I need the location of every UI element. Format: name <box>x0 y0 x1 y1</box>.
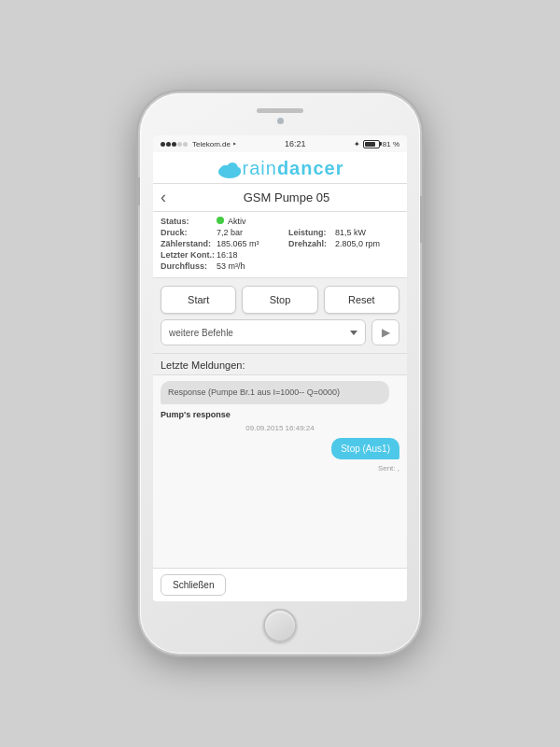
status-time: 16:21 <box>285 139 306 148</box>
status-bar-left: Telekom.de ‣ <box>161 140 237 148</box>
phone-bottom <box>263 609 297 642</box>
signal-dot-4 <box>177 142 182 147</box>
back-button[interactable]: ‹ <box>161 188 166 207</box>
status-label: Status: <box>161 217 217 226</box>
zaehlerstand-value: 185.065 m³ <box>217 239 281 248</box>
button-row: Start Stop Reset <box>161 286 399 314</box>
drehzahl-label: Drehzahl: <box>288 239 335 248</box>
messages-title: Letzte Meldungen: <box>153 354 407 375</box>
go-icon: ▶ <box>382 326 390 339</box>
svg-point-3 <box>233 167 241 175</box>
info-row-letzter: Letzter Kont.: 16:18 <box>161 250 399 260</box>
info-row-zaehler: Zählerstand: 185.065 m³ Drehzahl: 2.805,… <box>161 239 399 248</box>
messages-section: Letzte Meldungen: Response (Pumpe Br.1 a… <box>153 354 407 568</box>
phone-top <box>147 105 413 135</box>
battery-icon <box>363 140 380 148</box>
dropdown-go-button[interactable]: ▶ <box>371 319 399 345</box>
carrier-label: Telekom.de <box>192 140 231 148</box>
leistung-label: Leistung: <box>288 228 335 237</box>
sent-text: Sent: , <box>153 462 407 476</box>
cloud-icon <box>217 160 243 178</box>
info-row-status: Status: Aktiv <box>161 217 399 226</box>
durchfluss-value: 53 m³/h <box>217 261 399 271</box>
phone-frame: Telekom.de ‣ 16:21 ✦ 81 % <box>140 93 420 654</box>
app-header: raindancer <box>153 152 407 184</box>
battery-fill <box>365 142 375 147</box>
dropdown-row: weitere Befehle ▶ <box>161 319 399 345</box>
reset-button[interactable]: Reset <box>324 286 399 314</box>
battery-label: 81 % <box>383 140 399 148</box>
status-value: Aktiv <box>228 217 399 226</box>
signal-dot-1 <box>161 142 165 147</box>
signal-dot-3 <box>172 142 176 147</box>
dropdown-select[interactable]: weitere Befehle <box>161 319 366 345</box>
info-row-druck: Druck: 7,2 bar Leistung: 81,5 kW <box>161 228 399 237</box>
letzter-value: 16:18 <box>217 250 399 260</box>
logo-dancer: dancer <box>277 158 344 179</box>
phone-screen: Telekom.de ‣ 16:21 ✦ 81 % <box>153 135 407 601</box>
home-button[interactable] <box>263 609 297 642</box>
footer-section: Schließen <box>153 568 407 601</box>
drehzahl-value: 2.805,0 rpm <box>335 239 399 248</box>
phone-camera <box>277 118 284 124</box>
signal-dot-5 <box>183 142 188 147</box>
controls-section: Start Stop Reset weitere Befehle ▶ <box>153 278 407 354</box>
close-button[interactable]: Schließen <box>161 574 226 596</box>
bluetooth-icon: ✦ <box>354 140 360 148</box>
status-bar: Telekom.de ‣ 16:21 ✦ 81 % <box>153 135 407 152</box>
stop-button[interactable]: Stop <box>242 286 317 314</box>
wifi-icon: ‣ <box>232 140 237 148</box>
zaehlerstand-label: Zählerstand: <box>161 239 217 248</box>
letzter-label: Letzter Kont.: <box>161 250 217 260</box>
dropdown-arrow-icon <box>350 331 357 335</box>
leistung-value: 81,5 kW <box>335 228 399 237</box>
phone-speaker <box>257 108 303 113</box>
status-bar-right: ✦ 81 % <box>354 140 399 148</box>
logo-rain: rain <box>243 158 277 179</box>
signal-dot-2 <box>166 142 171 147</box>
druck-value: 7,2 bar <box>217 228 281 237</box>
durchfluss-label: Durchfluss: <box>161 261 217 271</box>
blue-message-row: Stop (Aus1) <box>153 435 407 462</box>
info-section: Status: Aktiv Druck: 7,2 bar Leistung: 8… <box>153 212 407 278</box>
message-label-pump: Pump's response <box>153 410 407 421</box>
message-bubble-response: Response (Pumpe Br.1 aus I=1000-- Q=0000… <box>161 381 389 404</box>
dropdown-label: weitere Befehle <box>169 328 233 338</box>
message-bubble-stop: Stop (Aus1) <box>331 438 399 459</box>
info-row-durchfluss: Durchfluss: 53 m³/h <box>161 261 399 271</box>
druck-label: Druck: <box>161 228 217 237</box>
start-button[interactable]: Start <box>161 286 236 314</box>
app-logo: raindancer <box>157 158 403 179</box>
message-timestamp: 09.09.2015 16:49:24 <box>153 421 407 435</box>
page-header: ‹ GSM Pumpe 05 <box>153 184 407 212</box>
page-title: GSM Pumpe 05 <box>174 190 399 204</box>
status-dot <box>217 217 228 226</box>
signal-dots <box>161 142 188 147</box>
